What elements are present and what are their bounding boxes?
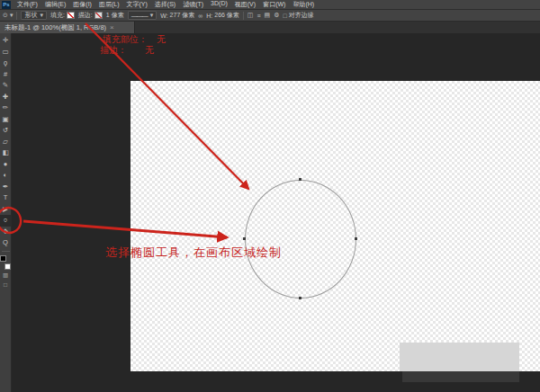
tool-mode-value: 形状 <box>24 11 37 20</box>
w-value: 277 像素 <box>170 11 195 20</box>
ellipse-tool[interactable]: ○ <box>0 215 12 227</box>
stroke-annotation-text: 描边： 无 <box>100 44 154 57</box>
tool-preset-picker[interactable]: ⊙ ▾ <box>3 12 13 19</box>
menu-item-4[interactable]: 文字(Y) <box>122 0 150 9</box>
separator <box>243 12 244 20</box>
quick-mask-button[interactable]: ▥ <box>0 270 12 280</box>
crop-tool[interactable]: # <box>0 69 12 81</box>
color-swatches[interactable] <box>0 255 11 270</box>
pen-tool[interactable]: ✒ <box>0 182 12 193</box>
fill-swatch-none[interactable] <box>67 12 75 19</box>
document-tab-title: 未标题-1 @ 100%(椭圆 1, RGB/8) <box>4 23 106 32</box>
document-tab-bar: 未标题-1 @ 100%(椭圆 1, RGB/8) × <box>0 22 540 33</box>
blur-tool[interactable]: ● <box>0 159 12 171</box>
checkbox-icon: □ <box>283 13 286 19</box>
clone-stamp-tool[interactable]: ▣ <box>0 114 12 126</box>
draw-instruction-text: 选择椭圆工具，在画布区域绘制 <box>105 245 282 261</box>
healing-brush-tool[interactable]: ✚ <box>0 92 12 103</box>
anchor-point-bottom[interactable] <box>299 297 302 299</box>
w-label: W: <box>160 13 167 19</box>
zoom-tool[interactable]: Q <box>0 237 12 249</box>
ellipse-shape-path[interactable] <box>245 180 356 298</box>
hand-tool[interactable]: ✥ <box>0 227 12 238</box>
toolbox: ✛▭ϙ#✎✚✏▣↺▱◧●◐✒T▶○✥Q ▥ □ <box>0 33 12 392</box>
divider <box>2 251 10 252</box>
anchor-point-top[interactable] <box>299 178 302 181</box>
menu-item-10[interactable]: 帮助(H) <box>289 0 318 9</box>
eyedropper-tool[interactable]: ✎ <box>0 80 12 92</box>
foreground-color-swatch[interactable] <box>0 255 6 262</box>
separator <box>16 12 17 20</box>
tool-options-bar: ⊙ ▾ 形状 ▾ 填充: 描边: 1 像素 ——— ▾ W: 277 像素 ∞ … <box>0 10 540 22</box>
gradient-tool[interactable]: ◧ <box>0 147 12 159</box>
photoshop-logo: Ps <box>2 1 11 9</box>
stroke-style-line-icon: ——— <box>131 13 148 19</box>
menu-item-2[interactable]: 图像(I) <box>69 0 95 9</box>
move-tool[interactable]: ✛ <box>0 35 12 47</box>
stroke-label: 描边: <box>78 11 93 20</box>
marquee-tool[interactable]: ▭ <box>0 47 12 58</box>
brush-tool[interactable]: ✏ <box>0 102 12 114</box>
close-icon[interactable]: × <box>110 23 114 31</box>
ellipse-tool-preset-icon: ⊙ <box>3 12 8 19</box>
shape-height-field[interactable]: H: 266 像素 <box>206 11 239 20</box>
anchor-point-right[interactable] <box>355 237 357 240</box>
path-selection-tool[interactable]: ▶ <box>0 204 12 216</box>
menu-item-1[interactable]: 编辑(E) <box>41 0 69 9</box>
menu-item-0[interactable]: 文件(F) <box>14 0 41 9</box>
fill-label: 填充: <box>50 11 65 20</box>
anchor-point-left[interactable] <box>243 237 246 240</box>
chevron-down-icon: ▾ <box>150 12 154 19</box>
blank-watermark-box <box>400 343 519 371</box>
toolbar-tools: ✛▭ϙ#✎✚✏▣↺▱◧●◐✒T▶○✥Q <box>0 35 12 249</box>
eraser-tool[interactable]: ▱ <box>0 137 12 148</box>
type-tool[interactable]: T <box>0 192 12 204</box>
box-shadow <box>402 371 519 382</box>
stroke-width-field[interactable]: 1 像素 <box>106 11 124 20</box>
stroke-swatch-none[interactable] <box>94 12 103 19</box>
document-tab[interactable]: 未标题-1 @ 100%(椭圆 1, RGB/8) × <box>0 22 135 33</box>
photoshop-window: Ps 文件(F)编辑(E)图像(I)图层(L)文字(Y)选择(S)滤镜(T)3D… <box>0 0 540 392</box>
history-brush-tool[interactable]: ↺ <box>0 125 12 137</box>
chevron-down-icon: ▾ <box>40 12 43 19</box>
menu-item-8[interactable]: 视图(V) <box>231 0 259 9</box>
h-label: H: <box>206 13 212 19</box>
screen-mode-button[interactable]: □ <box>0 280 12 290</box>
menu-bar: Ps 文件(F)编辑(E)图像(I)图层(L)文字(Y)选择(S)滤镜(T)3D… <box>0 0 540 10</box>
path-alignment-icon[interactable]: ≡ <box>256 13 260 19</box>
chevron-down-icon: ▾ <box>10 12 14 19</box>
menu-item-3[interactable]: 图层(L) <box>95 0 123 9</box>
path-operations-icon[interactable]: ◫ <box>248 12 254 19</box>
background-color-swatch[interactable] <box>4 263 11 270</box>
h-value: 266 像素 <box>214 11 239 20</box>
menu-bar-items: 文件(F)编辑(E)图像(I)图层(L)文字(Y)选择(S)滤镜(T)3D(D)… <box>14 0 318 9</box>
tool-mode-select[interactable]: 形状 ▾ <box>21 11 47 20</box>
path-arrangement-icon[interactable]: ▤ <box>265 12 271 19</box>
menu-item-9[interactable]: 窗口(W) <box>259 0 289 9</box>
link-dimensions-icon[interactable]: ∞ <box>198 13 202 19</box>
dodge-tool[interactable]: ◐ <box>0 170 12 182</box>
menu-item-6[interactable]: 滤镜(T) <box>179 0 207 9</box>
stroke-style-select[interactable]: ——— ▾ <box>128 11 158 20</box>
geometry-options-gear-icon[interactable]: ⚙ <box>274 12 279 19</box>
stroke-width-value: 1 像素 <box>106 11 124 20</box>
menu-item-7[interactable]: 3D(D) <box>207 0 231 9</box>
shape-width-field[interactable]: W: 277 像素 <box>160 11 194 20</box>
menu-item-5[interactable]: 选择(S) <box>151 0 179 9</box>
lasso-tool[interactable]: ϙ <box>0 58 12 69</box>
align-edges-label: 对齐边缘 <box>289 11 314 20</box>
align-edges-option[interactable]: □ 对齐边缘 <box>283 11 313 20</box>
